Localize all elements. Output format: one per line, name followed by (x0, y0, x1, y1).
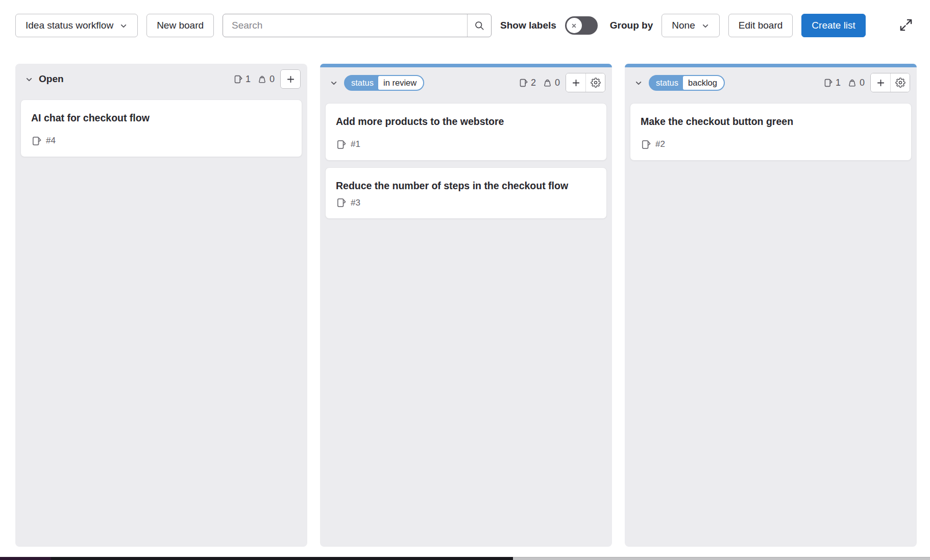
list-header: status backlog 1 0 (625, 67, 917, 98)
add-card-button[interactable] (281, 70, 300, 88)
label-scope: status (345, 79, 378, 87)
chevron-down-icon (701, 21, 709, 30)
issue-reference: #4 (46, 136, 56, 146)
search-button[interactable] (467, 14, 491, 37)
chevron-down-icon (25, 75, 33, 84)
group-by-dropdown[interactable]: None (662, 14, 719, 37)
board-switcher-dropdown[interactable]: Idea status workflow (15, 14, 138, 37)
weight-count: 0 (555, 78, 560, 88)
list-color-bar (625, 64, 917, 67)
expand-board-button[interactable] (895, 14, 917, 37)
collapse-list-button[interactable] (22, 73, 35, 86)
search-field[interactable] (223, 14, 492, 37)
show-labels-label: Show labels (500, 20, 556, 31)
sliver-dark-segment (51, 557, 513, 560)
issue-reference: #1 (351, 139, 360, 149)
weight-count: 0 (860, 78, 865, 88)
issue-count: 1 (246, 74, 251, 85)
card-list: Add more products to the webstore #1 Red… (320, 98, 612, 224)
board-switcher-label: Idea status workflow (26, 20, 113, 31)
issue-card[interactable]: Make the checkout button green #2 (630, 103, 912, 161)
plus-icon (286, 74, 296, 84)
list-title: Open (39, 73, 64, 85)
card-list: AI chat for checkout flow #4 (15, 94, 307, 162)
board-list-in-review: status in review 2 0 (320, 64, 612, 547)
collapse-list-button[interactable] (632, 77, 645, 89)
issue-card[interactable]: Add more products to the webstore #1 (325, 103, 607, 161)
search-icon (474, 20, 484, 31)
issue-board: Open 1 0 AI chat for checkout flow (15, 64, 917, 547)
card-meta: #4 (31, 136, 291, 146)
card-meta: #1 (336, 139, 596, 150)
weight-count: 0 (270, 74, 275, 85)
x-icon (570, 21, 578, 30)
weight-icon (257, 74, 267, 84)
scoped-label[interactable]: status in review (344, 75, 424, 91)
edit-board-button[interactable]: Edit board (728, 14, 793, 37)
card-meta: #2 (641, 139, 901, 150)
list-header: status in review 2 0 (320, 67, 612, 98)
label-scope: status (650, 79, 683, 87)
toggle-knob (567, 18, 582, 33)
expand-icon (898, 17, 914, 33)
issues-icon (233, 74, 243, 84)
plus-icon (571, 78, 581, 88)
list-color-bar (320, 64, 612, 67)
sliver-light-segment (513, 557, 930, 560)
new-board-button[interactable]: New board (146, 14, 214, 37)
card-title: Reduce the number of steps in the checko… (336, 180, 596, 193)
board-list-backlog: status backlog 1 0 (625, 64, 917, 547)
issue-card[interactable]: AI chat for checkout flow #4 (20, 99, 302, 157)
search-input[interactable] (223, 14, 467, 37)
scoped-label[interactable]: status backlog (649, 75, 725, 91)
issues-icon (823, 78, 833, 88)
list-settings-button[interactable] (890, 73, 910, 92)
issue-type-icon (336, 197, 347, 208)
issue-count: 1 (836, 78, 841, 88)
list-counts: 2 0 (519, 78, 560, 88)
card-title: Add more products to the webstore (336, 115, 596, 129)
issue-type-icon (641, 139, 651, 150)
sliver-terminal-segment (0, 557, 51, 560)
label-value: backlog (683, 76, 724, 90)
weight-icon (543, 78, 552, 88)
board-list-open: Open 1 0 AI chat for checkout flow (15, 64, 307, 547)
issue-reference: #2 (655, 139, 665, 149)
background-window-sliver (0, 557, 930, 560)
list-header: Open 1 0 (15, 64, 307, 94)
issue-reference: #3 (351, 198, 360, 208)
gear-icon (591, 78, 601, 88)
list-counts: 1 0 (233, 74, 275, 85)
add-card-button[interactable] (871, 73, 890, 92)
plus-icon (876, 78, 886, 88)
group-by-value: None (672, 20, 695, 31)
issue-card[interactable]: Reduce the number of steps in the checko… (325, 167, 607, 219)
add-card-button[interactable] (566, 73, 585, 92)
issue-type-icon (31, 136, 42, 146)
card-list: Make the checkout button green #2 (625, 98, 917, 166)
collapse-list-button[interactable] (327, 77, 340, 89)
group-by-label: Group by (610, 20, 653, 31)
issue-type-icon (336, 139, 347, 150)
card-meta: #3 (336, 197, 596, 208)
label-value: in review (378, 76, 423, 90)
gear-icon (895, 78, 905, 88)
create-list-button[interactable]: Create list (801, 14, 866, 37)
chevron-down-icon (119, 21, 128, 30)
chevron-down-icon (634, 79, 643, 87)
list-settings-button[interactable] (585, 73, 605, 92)
board-toolbar: Idea status workflow New board Show labe… (0, 0, 930, 51)
issue-count: 2 (531, 78, 536, 88)
card-title: AI chat for checkout flow (31, 112, 291, 125)
chevron-down-icon (329, 79, 338, 87)
card-title: Make the checkout button green (641, 115, 901, 129)
list-counts: 1 0 (823, 78, 865, 88)
show-labels-toggle[interactable] (565, 16, 598, 35)
weight-icon (847, 78, 857, 88)
issues-icon (519, 78, 528, 88)
